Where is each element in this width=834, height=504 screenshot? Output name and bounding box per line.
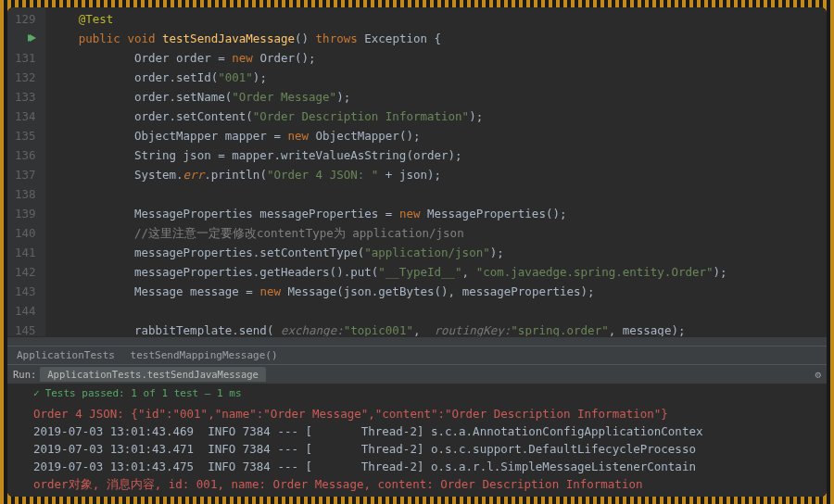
code-line[interactable]: order.setName("Order Message"); [51,87,821,107]
code-line[interactable]: MessageProperties messageProperties = ne… [51,204,821,223]
run-tool-window: Run: ApplicationTests.testSendJavaMessag… [7,364,827,497]
code-line[interactable]: order.setId("001"); [51,68,821,87]
code-line[interactable] [51,301,821,321]
code-line[interactable]: System.err.println("Order 4 JSON: " + js… [51,165,821,184]
code-line[interactable] [51,184,821,204]
code-line[interactable]: public void testSendJavaMessage() throws… [51,29,821,48]
line-number: 139 [15,204,36,223]
line-number: 145 [15,321,36,336]
code-line[interactable]: Order order = new Order(); [51,48,821,68]
editor-area: 1291311321331341351361371381391401411421… [7,7,827,336]
code-editor[interactable]: @Test public void testSendJavaMessage() … [45,7,827,336]
gear-icon[interactable]: ⚙ [815,369,821,380]
code-line[interactable]: messageProperties.setContentType("applic… [51,243,821,262]
code-line[interactable]: ObjectMapper mapper = new ObjectMapper()… [51,126,821,145]
editor-scrollbar-horizontal[interactable] [7,336,827,346]
line-number: 129 [15,9,36,29]
line-number: 137 [15,165,36,184]
code-line[interactable]: order.setContent("Order Description Info… [51,107,821,126]
test-status: Tests passed: 1 of 1 test – 1 ms [7,384,827,403]
code-line[interactable]: String json = mapper.writeValueAsString(… [51,145,821,165]
run-test-icon[interactable] [30,34,36,42]
breadcrumb-item[interactable]: testSendMappingMessage() [131,349,278,361]
breadcrumb-item[interactable]: ApplicationTests [17,349,115,361]
line-number: 132 [15,68,36,87]
line-number: 135 [15,126,36,145]
line-number: 140 [15,223,36,243]
code-line[interactable]: rabbitTemplate.send( exchange:"topic001"… [51,321,821,336]
code-line[interactable]: messageProperties.getHeaders().put("__Ty… [51,262,821,282]
breadcrumbs: ApplicationTests testSendMappingMessage(… [7,346,827,364]
line-number: 136 [15,145,36,165]
line-number [15,29,36,48]
line-number: 144 [15,301,36,321]
check-icon [33,387,40,399]
console-line: order对象, 消息内容, id: 001, name: Order Mess… [33,475,819,493]
code-line[interactable]: @Test [51,9,821,29]
console-output[interactable]: Order 4 JSON: {"id":"001","name":"Order … [7,403,827,497]
console-line: Order 4 JSON: {"id":"001","name":"Order … [33,405,819,422]
console-line: 2019-07-03 13:01:43.469 INFO 7384 --- [ … [33,422,819,440]
run-tab[interactable]: ApplicationTests.testSendJavaMessage [40,367,266,382]
line-number: 138 [15,184,36,204]
line-number: 143 [15,282,36,301]
line-number: 141 [15,243,36,262]
line-number: 142 [15,262,36,282]
line-gutter: 1291311321331341351361371381391401411421… [7,7,45,336]
ide-window: 1291311321331341351361371381391401411421… [7,7,827,497]
code-line[interactable]: //这里注意一定要修改contentType为 application/json [51,223,821,243]
line-number: 131 [15,48,36,68]
line-number: 133 [15,87,36,107]
line-number: 134 [15,107,36,126]
code-line[interactable]: Message message = new Message(json.getBy… [51,282,821,301]
run-label: Run: [13,369,36,380]
console-line: 2019-07-03 13:01:43.471 INFO 7384 --- [ … [33,440,819,458]
run-tabs: Run: ApplicationTests.testSendJavaMessag… [7,365,827,384]
console-line: 2019-07-03 13:01:43.475 INFO 7384 --- [ … [33,458,819,475]
test-status-text: Tests passed: 1 of 1 test – 1 ms [45,387,242,399]
